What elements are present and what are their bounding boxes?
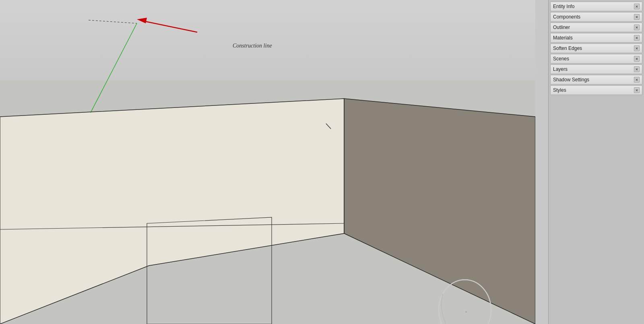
panel-item-close-entity-info[interactable]: × — [634, 4, 640, 9]
panel-item-close-styles[interactable]: × — [634, 87, 640, 93]
panel-item-label-layers: Layers — [553, 66, 568, 72]
3d-viewport[interactable]: Construction line — [0, 0, 535, 324]
panel-item-components[interactable]: Components× — [550, 12, 642, 22]
panel-item-styles[interactable]: Styles× — [550, 85, 642, 95]
panel-item-label-shadow-settings: Shadow Settings — [553, 77, 589, 83]
panel-item-label-styles: Styles — [553, 87, 566, 93]
panel-item-label-materials: Materials — [553, 35, 573, 41]
panel-item-layers[interactable]: Layers× — [550, 64, 642, 74]
panel-item-close-components[interactable]: × — [634, 14, 640, 20]
panel-item-label-scenes: Scenes — [553, 56, 569, 62]
panel-item-label-components: Components — [553, 14, 580, 20]
panel-item-close-outliner[interactable]: × — [634, 25, 640, 30]
panel-item-scenes[interactable]: Scenes× — [550, 54, 642, 64]
panel-item-soften-edges[interactable]: Soften Edges× — [550, 43, 642, 53]
panel-item-close-materials[interactable]: × — [634, 35, 640, 41]
panel-item-entity-info[interactable]: Entity Info× — [550, 2, 642, 11]
panel-item-shadow-settings[interactable]: Shadow Settings× — [550, 75, 642, 85]
panel-item-close-soften-edges[interactable]: × — [634, 45, 640, 51]
right-panel: Entity Info×Components×Outliner×Material… — [548, 0, 644, 324]
panel-item-label-outliner: Outliner — [553, 25, 570, 30]
panel-item-close-scenes[interactable]: × — [634, 56, 640, 62]
panel-item-close-layers[interactable]: × — [634, 66, 640, 72]
svg-point-7 — [465, 311, 467, 313]
svg-rect-0 — [0, 0, 535, 80]
panel-item-close-shadow-settings[interactable]: × — [634, 77, 640, 83]
panel-item-label-soften-edges: Soften Edges — [553, 45, 582, 51]
panel-item-materials[interactable]: Materials× — [550, 33, 642, 43]
svg-text:Construction line: Construction line — [233, 43, 272, 49]
panel-item-label-entity-info: Entity Info — [553, 4, 574, 9]
panel-item-outliner[interactable]: Outliner× — [550, 23, 642, 32]
